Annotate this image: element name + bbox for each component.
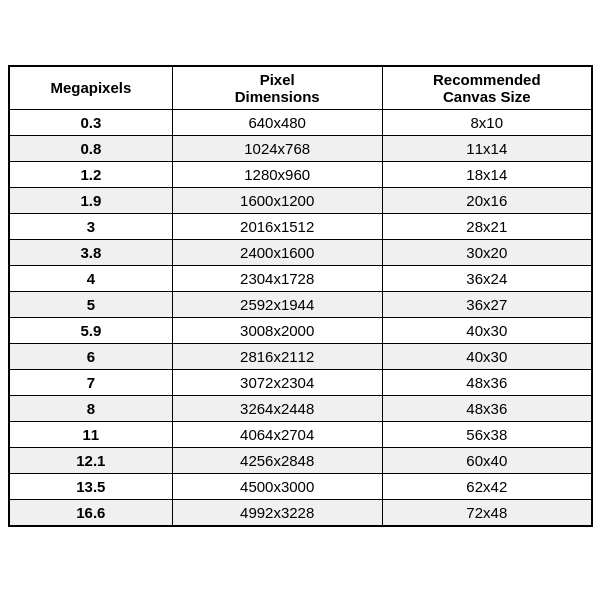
table-row: 3.82400x160030x20 [9, 239, 592, 265]
table-row: 12.14256x284860x40 [9, 447, 592, 473]
header-megapixels: Megapixels [9, 66, 172, 110]
cell-pixel-dimensions: 3264x2448 [172, 395, 382, 421]
table-row: 0.81024x76811x14 [9, 135, 592, 161]
header-canvas-size: RecommendedCanvas Size [382, 66, 592, 110]
cell-canvas-size: 60x40 [382, 447, 592, 473]
table-row: 16.64992x322872x48 [9, 499, 592, 526]
cell-canvas-size: 48x36 [382, 369, 592, 395]
table-row: 83264x244848x36 [9, 395, 592, 421]
cell-megapixels: 0.8 [9, 135, 172, 161]
cell-megapixels: 0.3 [9, 109, 172, 135]
cell-megapixels: 8 [9, 395, 172, 421]
cell-pixel-dimensions: 4256x2848 [172, 447, 382, 473]
cell-canvas-size: 48x36 [382, 395, 592, 421]
cell-pixel-dimensions: 1024x768 [172, 135, 382, 161]
cell-pixel-dimensions: 4500x3000 [172, 473, 382, 499]
cell-pixel-dimensions: 640x480 [172, 109, 382, 135]
cell-canvas-size: 36x27 [382, 291, 592, 317]
table-row: 1.21280x96018x14 [9, 161, 592, 187]
table-row: 13.54500x300062x42 [9, 473, 592, 499]
cell-megapixels: 13.5 [9, 473, 172, 499]
cell-megapixels: 1.2 [9, 161, 172, 187]
cell-pixel-dimensions: 2592x1944 [172, 291, 382, 317]
cell-canvas-size: 18x14 [382, 161, 592, 187]
cell-megapixels: 6 [9, 343, 172, 369]
cell-megapixels: 12.1 [9, 447, 172, 473]
table-row: 73072x230448x36 [9, 369, 592, 395]
cell-pixel-dimensions: 2816x2112 [172, 343, 382, 369]
cell-pixel-dimensions: 4992x3228 [172, 499, 382, 526]
cell-canvas-size: 8x10 [382, 109, 592, 135]
cell-megapixels: 5.9 [9, 317, 172, 343]
cell-canvas-size: 28x21 [382, 213, 592, 239]
cell-megapixels: 7 [9, 369, 172, 395]
cell-pixel-dimensions: 2400x1600 [172, 239, 382, 265]
cell-canvas-size: 72x48 [382, 499, 592, 526]
cell-megapixels: 1.9 [9, 187, 172, 213]
table-row: 1.91600x120020x16 [9, 187, 592, 213]
cell-canvas-size: 40x30 [382, 317, 592, 343]
cell-canvas-size: 11x14 [382, 135, 592, 161]
cell-canvas-size: 56x38 [382, 421, 592, 447]
cell-canvas-size: 20x16 [382, 187, 592, 213]
cell-pixel-dimensions: 1600x1200 [172, 187, 382, 213]
table-row: 62816x211240x30 [9, 343, 592, 369]
table-row: 5.93008x200040x30 [9, 317, 592, 343]
cell-pixel-dimensions: 4064x2704 [172, 421, 382, 447]
cell-megapixels: 3.8 [9, 239, 172, 265]
table-row: 52592x194436x27 [9, 291, 592, 317]
table-row: 42304x172836x24 [9, 265, 592, 291]
cell-canvas-size: 30x20 [382, 239, 592, 265]
table-row: 114064x270456x38 [9, 421, 592, 447]
cell-canvas-size: 62x42 [382, 473, 592, 499]
cell-pixel-dimensions: 2304x1728 [172, 265, 382, 291]
header-pixel-dimensions: PixelDimensions [172, 66, 382, 110]
camera-reference-table: Megapixels PixelDimensions RecommendedCa… [8, 65, 593, 527]
cell-canvas-size: 36x24 [382, 265, 592, 291]
table-row: 0.3640x4808x10 [9, 109, 592, 135]
cell-megapixels: 4 [9, 265, 172, 291]
cell-canvas-size: 40x30 [382, 343, 592, 369]
cell-pixel-dimensions: 3008x2000 [172, 317, 382, 343]
cell-megapixels: 5 [9, 291, 172, 317]
cell-megapixels: 16.6 [9, 499, 172, 526]
cell-megapixels: 3 [9, 213, 172, 239]
cell-pixel-dimensions: 3072x2304 [172, 369, 382, 395]
cell-pixel-dimensions: 2016x1512 [172, 213, 382, 239]
table-row: 32016x151228x21 [9, 213, 592, 239]
table-header-row: Megapixels PixelDimensions RecommendedCa… [9, 66, 592, 110]
cell-megapixels: 11 [9, 421, 172, 447]
cell-pixel-dimensions: 1280x960 [172, 161, 382, 187]
